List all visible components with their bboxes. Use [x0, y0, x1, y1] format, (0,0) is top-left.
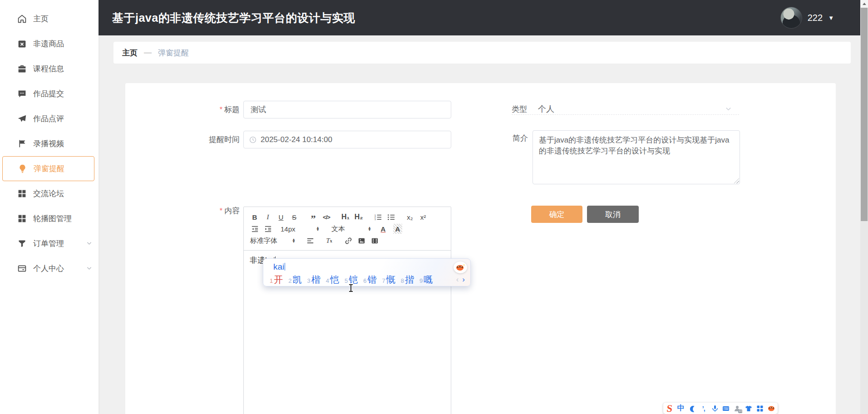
soft-keyboard-icon[interactable] — [722, 404, 730, 413]
textarea-resize-grip[interactable] — [734, 178, 739, 183]
review-icon — [17, 113, 27, 124]
home-icon — [17, 14, 27, 24]
ime-candidate[interactable]: 2凯 — [288, 274, 301, 286]
chevron-down-icon — [86, 264, 92, 273]
sidebar-item-label: 主页 — [33, 14, 49, 24]
outdent-button[interactable] — [250, 224, 259, 234]
italic-button[interactable]: I — [263, 212, 272, 222]
app-window: 主页 非遗商品 课程信息 作品提交 作品点评 录播视频 — [0, 0, 868, 414]
user-menu[interactable]: 222 ▼ — [780, 0, 834, 35]
clean-format-button[interactable]: Tx — [325, 236, 334, 246]
ime-candidate[interactable]: 7慨 — [382, 274, 395, 286]
sidebar-item-reminder[interactable]: 弹窗提醒 — [2, 156, 94, 181]
video-button[interactable] — [370, 236, 379, 246]
scrollbar-up-arrow[interactable] — [860, 0, 868, 8]
select-chevron-down-icon — [725, 105, 732, 114]
user-dropdown-caret-icon: ▼ — [828, 15, 834, 21]
forum-grid-icon — [17, 188, 27, 199]
ime-candidate[interactable]: 3楷 — [307, 274, 320, 286]
strikethrough-button[interactable]: S — [290, 212, 299, 222]
font-size-dropdown[interactable]: 14px ▲▼ — [281, 224, 320, 234]
ime-candidate[interactable]: 4恺 — [326, 274, 339, 286]
reminder-bulb-icon — [17, 163, 28, 174]
sidebar-item-home[interactable]: 主页 — [0, 6, 99, 31]
sidebar-item-label: 弹窗提醒 — [34, 163, 64, 174]
heading1-button[interactable]: H₁ — [341, 212, 350, 222]
time-input[interactable]: 2025-02-24 10:14:00 — [243, 131, 451, 148]
align-button[interactable] — [306, 236, 315, 246]
underline-button[interactable]: U — [276, 212, 286, 222]
sidebar-item-orders[interactable]: 订单管理 — [0, 231, 99, 256]
time-value: 2025-02-24 10:14:00 — [261, 135, 332, 144]
background-color-button[interactable]: A — [393, 224, 402, 234]
title-input[interactable] — [243, 101, 451, 118]
sidebar-item-forum[interactable]: 交流论坛 — [0, 181, 99, 206]
image-button[interactable] — [357, 236, 366, 246]
sidebar-item-label: 订单管理 — [33, 238, 64, 249]
sidebar-item-banner[interactable]: 轮播图管理 — [0, 206, 99, 231]
sogou-s-logo-icon[interactable]: S — [665, 404, 674, 413]
indent-button[interactable] — [263, 224, 272, 234]
user-profile-icon[interactable]: 10 — [733, 404, 741, 413]
toolbox-grid-icon[interactable] — [756, 404, 764, 413]
font-color-button[interactable]: A — [379, 224, 388, 234]
skin-tshirt-icon[interactable] — [745, 404, 753, 413]
intro-textarea[interactable]: 基于java的非遗传统技艺学习平台的设计与实现基于java的非遗传统技艺学习平台… — [533, 130, 740, 184]
sogou-logo-icon[interactable] — [454, 261, 467, 273]
ime-candidate-window: kai 1开 2凯 3楷 4恺 5铠 6锴 7慨 8揩 9嘅 ‹ › — [263, 258, 471, 286]
punctuation-icon[interactable]: ’, — [700, 404, 708, 413]
link-button[interactable] — [344, 236, 353, 246]
banner-grid-icon — [17, 213, 27, 224]
ordered-list-button[interactable]: 123 — [373, 212, 382, 222]
full-half-width-moon-icon[interactable] — [688, 404, 696, 413]
sidebar-item-course[interactable]: 课程信息 — [0, 56, 99, 81]
type-select[interactable]: 类型 个人 — [512, 103, 739, 115]
sidebar-item-goods[interactable]: 非遗商品 — [0, 31, 99, 56]
sidebar-item-submit[interactable]: 作品提交 — [0, 81, 99, 106]
course-icon — [17, 64, 27, 74]
heading2-button[interactable]: H₂ — [354, 212, 363, 222]
chevron-down-icon — [86, 239, 92, 248]
superscript-button[interactable]: x² — [419, 212, 428, 222]
confirm-button[interactable]: 确定 — [531, 206, 582, 223]
form-card: *标题 类型 个人 提醒时间 2025-02-24 10:14:00 简介 基于… — [125, 83, 836, 414]
sidebar-item-review[interactable]: 作品点评 — [0, 106, 99, 131]
ime-prev-page[interactable]: ‹ — [456, 275, 459, 284]
required-mark: * — [220, 207, 222, 215]
subscript-button[interactable]: x₂ — [405, 212, 414, 222]
cancel-button[interactable]: 取消 — [587, 206, 639, 223]
bold-button[interactable]: B — [250, 212, 259, 222]
sogou-emoji-icon[interactable] — [767, 404, 775, 413]
video-flag-icon — [17, 138, 27, 149]
code-block-button[interactable]: </> — [322, 212, 331, 222]
breadcrumb-home[interactable]: 主页 — [122, 48, 138, 58]
breadcrumb-current: 弹窗提醒 — [158, 48, 189, 58]
profile-card-icon — [17, 263, 27, 274]
title-label: *标题 — [180, 104, 240, 115]
chinese-mode-icon[interactable]: 中 — [677, 404, 685, 413]
ime-candidate[interactable]: 9嘅 — [419, 274, 433, 286]
microphone-icon[interactable] — [711, 404, 719, 413]
content-label: *内容 — [180, 206, 240, 216]
rich-text-editor: B I U S ” </> H₁ H₂ 123 x₂ x² — [243, 207, 451, 414]
scrollbar-thumb[interactable] — [861, 8, 868, 221]
sidebar-item-label: 交流论坛 — [33, 188, 64, 199]
bullet-list-button[interactable] — [386, 212, 395, 222]
blockquote-button[interactable]: ” — [309, 212, 318, 222]
order-funnel-icon — [17, 238, 27, 249]
sidebar-item-profile[interactable]: 个人中心 — [0, 256, 99, 281]
font-family-dropdown[interactable]: 标准字体 ▲▼ — [250, 236, 296, 246]
username: 222 — [808, 13, 823, 23]
sidebar-item-video[interactable]: 录播视频 — [0, 131, 99, 156]
breadcrumb: 主页 — 弹窗提醒 — [113, 42, 851, 64]
ime-next-page[interactable]: › — [462, 275, 465, 284]
ime-candidate[interactable]: 8揩 — [401, 274, 414, 286]
ime-candidate[interactable]: 1开 — [270, 274, 283, 286]
scrollbar[interactable] — [860, 0, 868, 414]
avatar[interactable] — [780, 7, 802, 29]
goods-icon — [17, 39, 27, 49]
sidebar-item-label: 课程信息 — [33, 64, 64, 74]
text-type-dropdown[interactable]: 文本 ▲▼ — [331, 224, 371, 234]
ime-candidate[interactable]: 6锴 — [363, 274, 376, 286]
svg-text:3: 3 — [374, 218, 375, 221]
